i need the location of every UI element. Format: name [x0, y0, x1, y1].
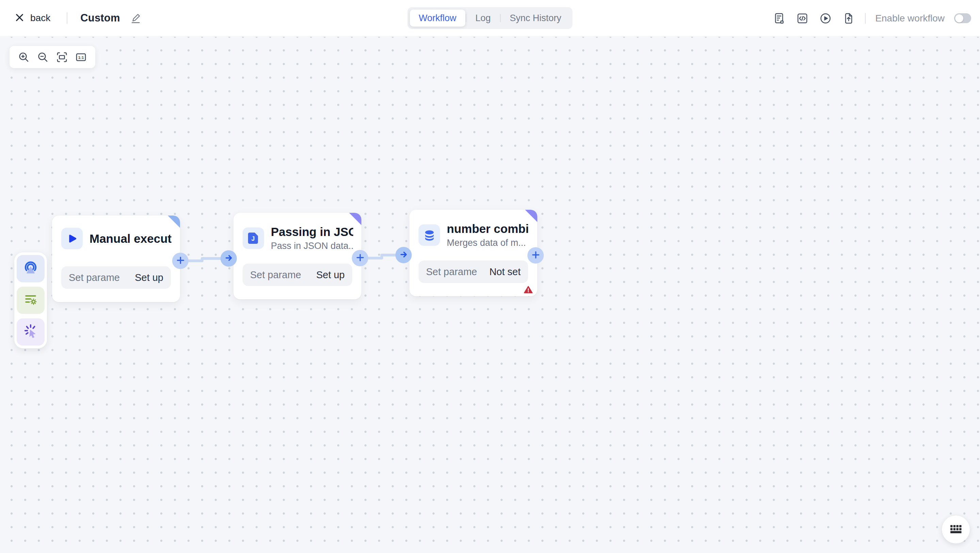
- node-number-combine[interactable]: number combin... Merges data of m... Set…: [409, 210, 537, 296]
- edit-pencil-icon: [130, 11, 141, 25]
- enable-workflow-label: Enable workflow: [875, 13, 945, 24]
- param-label: Set parame: [426, 266, 477, 277]
- parameter-node-button[interactable]: [17, 287, 45, 314]
- json-file-icon: J: [243, 228, 264, 249]
- add-node-button[interactable]: [172, 253, 189, 269]
- node-palette: [14, 252, 47, 348]
- node-title: Manual execution: [89, 232, 172, 245]
- run-workflow-icon[interactable]: [819, 12, 832, 24]
- execution-log-icon[interactable]: [773, 12, 785, 24]
- plus-icon: [531, 251, 540, 260]
- add-node-button[interactable]: [352, 250, 368, 266]
- plus-icon: [176, 256, 185, 266]
- node-manual-execution[interactable]: Manual execution Set parame Set up: [52, 215, 180, 302]
- param-label: Set parame: [69, 272, 120, 283]
- arrow-right-icon: [224, 253, 234, 264]
- node-corner-fold: [349, 213, 361, 225]
- zoom-in-icon[interactable]: [14, 48, 33, 67]
- header-actions: Enable workflow: [773, 0, 971, 37]
- node-passing-in-json[interactable]: J Passing in JSO... Pass in JSON data...…: [234, 213, 361, 299]
- tab-separator: [500, 14, 501, 22]
- action-node-button[interactable]: [17, 319, 45, 346]
- header-divider: [67, 12, 67, 24]
- back-label: back: [30, 13, 50, 24]
- param-action: Not set: [489, 266, 520, 277]
- zoom-toolbar: 1:1: [10, 46, 95, 68]
- close-icon: [15, 13, 24, 24]
- code-view-icon[interactable]: [796, 12, 808, 24]
- add-node-button[interactable]: [527, 247, 544, 264]
- param-action: Set up: [135, 272, 163, 283]
- node-header: Manual execution: [61, 228, 172, 249]
- tab-workflow[interactable]: Workflow: [410, 10, 465, 27]
- trigger-node-button[interactable]: [17, 255, 45, 282]
- tab-sync-history[interactable]: Sync History: [501, 10, 570, 27]
- back-button[interactable]: back: [15, 13, 50, 24]
- param-bar[interactable]: Set parame Set up: [61, 266, 171, 289]
- keyboard-shortcuts-button[interactable]: [942, 516, 970, 543]
- param-action: Set up: [316, 269, 345, 280]
- list-settings-icon: [24, 293, 38, 308]
- node-header: number combin... Merges data of m...: [418, 222, 529, 248]
- tab-separator: [466, 14, 466, 22]
- node-corner-fold: [168, 215, 180, 228]
- rename-button[interactable]: [130, 11, 141, 25]
- database-icon: [418, 225, 440, 246]
- arrow-right-icon: [399, 250, 408, 260]
- svg-text:1:1: 1:1: [78, 55, 84, 59]
- node-header: J Passing in JSO... Pass in JSON data...: [243, 225, 353, 251]
- zoom-out-icon[interactable]: [33, 48, 52, 67]
- input-port[interactable]: [395, 247, 412, 263]
- view-tabs: Workflow Log Sync History: [407, 7, 572, 29]
- param-bar[interactable]: Set parame Not set: [418, 260, 528, 283]
- header-divider: [865, 13, 865, 24]
- click-cursor-icon: [23, 324, 38, 341]
- enable-workflow-toggle[interactable]: [954, 13, 971, 23]
- node-corner-fold: [525, 210, 537, 222]
- node-subtitle: Merges data of m...: [447, 237, 529, 248]
- tab-log[interactable]: Log: [466, 10, 500, 27]
- node-subtitle: Pass in JSON data...: [271, 241, 353, 251]
- play-icon: [61, 228, 83, 249]
- param-bar[interactable]: Set parame Set up: [243, 264, 352, 286]
- workflow-editor: back Custom Workflow Log Sync History: [0, 0, 980, 553]
- export-file-icon[interactable]: [843, 12, 855, 24]
- param-label: Set parame: [250, 269, 301, 280]
- workflow-canvas[interactable]: 1:1: [0, 37, 980, 553]
- workflow-title: Custom: [80, 12, 120, 24]
- node-title: number combin...: [447, 222, 529, 236]
- keyboard-icon: [950, 523, 962, 535]
- toggle-knob: [955, 14, 963, 22]
- node-title: Passing in JSO...: [271, 225, 353, 239]
- top-bar: back Custom Workflow Log Sync History: [0, 0, 980, 37]
- svg-text:J: J: [251, 235, 255, 242]
- trigger-icon: [23, 260, 38, 277]
- warning-icon[interactable]: [524, 285, 533, 295]
- plus-icon: [356, 253, 364, 263]
- fit-view-icon[interactable]: [52, 48, 72, 67]
- zoom-actual-icon[interactable]: 1:1: [72, 48, 91, 67]
- input-port[interactable]: [221, 250, 237, 267]
- header-left: back Custom: [0, 11, 141, 25]
